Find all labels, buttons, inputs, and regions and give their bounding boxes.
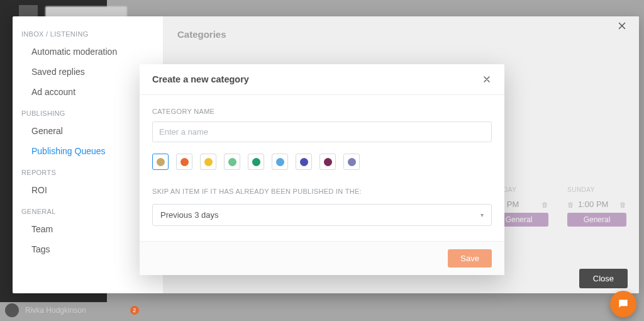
color-picker (152, 154, 492, 170)
chat-fab[interactable] (610, 291, 636, 317)
skip-duration-select[interactable]: Previous 3 days ▾ (152, 204, 492, 226)
create-category-body: CATEGORY NAME SKIP AN ITEM IF IT HAS ALR… (140, 95, 504, 241)
color-swatch[interactable] (319, 154, 336, 170)
account-user-row: Rivka Hodgkinson 2 (5, 303, 139, 317)
user-name: Rivka Hodgkinson (25, 306, 86, 315)
color-swatch[interactable] (200, 154, 216, 170)
color-swatch[interactable] (343, 154, 360, 170)
save-button[interactable]: Save (448, 249, 492, 268)
create-category-close-button[interactable] (482, 74, 492, 84)
create-category-footer: Save (140, 241, 504, 275)
color-swatch[interactable] (272, 154, 288, 170)
create-category-header: Create a new category (140, 64, 504, 95)
color-dot (348, 158, 356, 166)
sidebar-item[interactable]: Automatic moderation (13, 42, 163, 62)
settings-close-footer-button[interactable]: Close (579, 269, 628, 288)
color-swatch[interactable] (224, 154, 240, 170)
create-category-title: Create a new category (152, 74, 249, 84)
skip-duration-value: Previous 3 days (160, 210, 219, 220)
chat-icon (617, 298, 630, 310)
color-swatch[interactable] (248, 154, 264, 170)
color-dot (252, 158, 260, 166)
settings-close-button[interactable] (616, 20, 630, 34)
close-icon (482, 74, 492, 84)
create-category-modal: Create a new category CATEGORY NAME SKIP… (140, 64, 504, 275)
category-name-label: CATEGORY NAME (152, 108, 492, 115)
user-avatar (5, 303, 19, 317)
chevron-down-icon: ▾ (480, 211, 484, 218)
color-dot (324, 158, 332, 166)
color-dot (228, 158, 236, 166)
color-swatch[interactable] (176, 154, 192, 170)
color-dot (157, 158, 165, 166)
close-icon (616, 20, 628, 31)
category-name-input[interactable] (152, 121, 492, 142)
notification-badge: 2 (130, 306, 139, 315)
color-dot (300, 158, 308, 166)
color-dot (180, 158, 189, 166)
sidebar-section-label: INBOX / LISTENING (13, 23, 163, 42)
color-swatch[interactable] (296, 154, 312, 170)
color-swatch[interactable] (152, 154, 169, 170)
color-dot (204, 158, 213, 166)
color-dot (276, 158, 284, 166)
skip-label: SKIP AN ITEM IF IT HAS ALREADY BEEN PUBL… (152, 188, 492, 195)
